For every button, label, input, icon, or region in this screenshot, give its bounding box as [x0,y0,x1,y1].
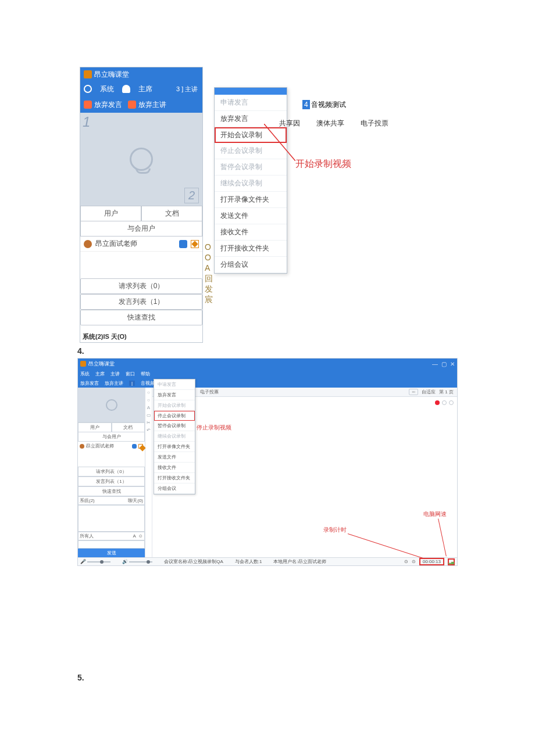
chat-emoji-button[interactable]: ☺ [138,533,143,539]
chat-font-button[interactable]: A [133,533,135,539]
user-row[interactable]: 昂立面试老师 [80,237,202,252]
ctx-send-file[interactable]: 发送文件 [215,208,287,224]
footer-tab-system[interactable]: 系统(2) [80,497,95,504]
signal-icon: ▂▄ [448,560,454,564]
canvas-tab-vote[interactable]: 电子投票 [200,389,219,395]
toolbar-abandon-host[interactable]: 放弃主讲 [128,100,166,110]
speaker-volume-slider[interactable]: 🔊 [122,559,152,564]
subtab-participants[interactable]: 与会用户 [80,221,202,237]
menu-help-2[interactable]: 帮助 [141,371,150,377]
toolbar-2: 放弃发言 放弃主讲 | 音视频测试 白板 [78,378,457,388]
ctx2-apply-speak[interactable]: 申请发言 [154,379,195,390]
chat-input[interactable] [78,540,145,549]
context-menu: 申请发言 放弃发言 开始会议录制 停止会议录制 暂停会议录制 继续会议录制 打开… [214,87,287,274]
ctx-open-record-folder[interactable]: 打开录像文件夹 [215,192,287,208]
toolbar-vote[interactable]: 电子投票 [361,119,388,128]
ctx2-open-receive-folder[interactable]: 打开接收文件夹 [154,473,195,483]
record-icon: ⊙ [412,559,416,564]
tab-doc[interactable]: 文档 [141,206,202,221]
tool-strip: ○ ○ A ▭ ✂ ↶ [145,388,152,557]
ctx2-resume-record[interactable]: 继续会议录制 [154,431,195,442]
mic-status-icon[interactable] [132,444,137,449]
tool-circle2-icon[interactable]: ○ [147,397,150,403]
toolbar-abandon-speak[interactable]: 放弃发言 [84,100,122,110]
edit-icon[interactable] [138,444,143,449]
ctx-pause-record[interactable]: 暂停会议录制 [215,159,287,175]
menu-host[interactable]: 主席 [138,84,152,94]
title-bar-2: 昂立嗨课堂 — ▢ ✕ [78,359,457,369]
ctx-resume-record[interactable]: 继续会议录制 [215,175,287,192]
tab-user-2[interactable]: 用户 [78,422,112,432]
speaker-icon: 🔊 [122,559,128,564]
ctx2-group-meeting[interactable]: 分组会议 [154,483,195,494]
user-row-2[interactable]: 昂立面试老师 [78,442,145,450]
avatar-icon [84,240,92,248]
maximize-icon[interactable]: ▢ [441,361,447,367]
app-title-2: 昂立嗨课堂 [88,360,115,368]
menu-system[interactable]: 系统 [100,84,114,94]
ctx2-start-record[interactable]: 开始会议录制 [154,400,195,411]
tab-user[interactable]: 用户 [80,206,141,221]
chat-send-button[interactable]: 发送 [78,549,145,557]
ctx2-receive-file[interactable]: 接收文件 [154,463,195,473]
status-bar: 🎤 🔊 会议室名称:昂立视频录制QA 与会者人数:1 本地用户名:昂立面试老师 … [78,557,457,565]
canvas-right-controls: ▫▫ 自适应 第 1 页 [409,389,454,395]
request-list-button[interactable]: 请求列表（0） [80,278,202,294]
close-icon[interactable]: ✕ [450,361,455,367]
video-preview: 1 2 [80,113,202,206]
menu-host-2[interactable]: 主席 [95,371,105,377]
menu-window-2[interactable]: 窗口 [126,371,135,377]
ctx-receive-file[interactable]: 接收文件 [215,224,287,241]
tool-cut-icon[interactable]: ✂ [147,420,151,425]
speak-list-button-2[interactable]: 发言列表（1） [78,476,145,486]
sidebar-2: 用户 文档 与会用户 昂立面试老师 请求列表（0） 发言列表（1） 快速查找 系… [78,388,145,557]
speak-list-button[interactable]: 发言列表（1） [80,294,202,310]
quick-find-button[interactable]: 快速查找 [80,310,202,325]
toolbar-share[interactable]: 共享因 [279,119,300,128]
menu-system-2[interactable]: 系统 [80,371,90,377]
user-list-blank-2 [78,450,145,467]
chat-target-label[interactable]: 所有人 [80,533,94,539]
tool-circle-icon[interactable]: ○ [147,390,150,395]
ctx2-open-record-folder[interactable]: 打开录像文件夹 [154,442,195,452]
tool-undo-icon[interactable]: ↶ [147,428,151,433]
zoom-select[interactable]: ▫▫ [409,389,418,395]
app-logo-icon [80,361,86,367]
avatar-icon [80,444,84,449]
subtab-participants-2[interactable]: 与会用户 [78,432,145,442]
zoom-auto[interactable]: 自适应 [422,389,436,395]
status-local-user: 本地用户名:昂立面试老师 [273,558,326,565]
tb2-abandon-host[interactable]: 放弃主讲 [105,380,123,386]
menu-speak-2[interactable]: 主讲 [110,371,120,377]
tool-text-icon[interactable]: A [147,405,150,410]
footer-tabs[interactable]: 系统(2)IS 天(O) [80,331,202,342]
edit-icon[interactable] [191,240,199,248]
nav-dot-icon[interactable] [442,400,447,405]
annotation-4-text: 音视频测试 [311,101,346,109]
footer-tabs-2[interactable]: 系统(2) 聊天(0) [78,496,145,505]
ctx-open-receive-folder[interactable]: 打开接收文件夹 [215,241,287,257]
ctx-group-meeting[interactable]: 分组会议 [215,257,287,273]
ctx2-send-file[interactable]: 发送文件 [154,452,195,463]
quick-find-button-2[interactable]: 快速查找 [78,486,145,496]
ctx-apply-speak[interactable]: 申请发言 [215,95,287,111]
request-list-button-2[interactable]: 请求列表（0） [78,467,145,476]
minimize-icon[interactable]: — [432,361,438,367]
app-panel-1: 昂立嗨课堂 系统 主席 放弃发言 放弃主讲 1 2 用户 文档 与会用户 昂立面… [80,67,203,343]
footer-tab-chat[interactable]: 聊天(0) [128,497,143,504]
mic-status-icon[interactable] [179,240,187,248]
tab-doc-2[interactable]: 文档 [112,422,145,432]
arrow-to-start-record [264,124,295,161]
mic-volume-slider[interactable]: 🎤 [80,559,110,564]
toolbar: 放弃发言 放弃主讲 [80,96,202,113]
main-canvas: 器共享 媒体共享 电子投票 ▫▫ 自适应 第 1 页 [152,388,457,557]
ctx2-pause-record[interactable]: 暂停会议录制 [154,421,195,431]
ctx2-abandon-speak[interactable]: 放弃发言 [154,390,195,400]
toolbar-media-share[interactable]: 澳体共享 [316,119,344,128]
canvas-tab-bar: 器共享 媒体共享 电子投票 ▫▫ 自适应 第 1 页 [152,388,457,397]
ctx2-stop-record[interactable]: 停止会议录制 [154,411,195,421]
nav-dot-icon[interactable] [449,400,454,405]
tool-rect-icon[interactable]: ▭ [147,413,151,418]
tb2-abandon-speak[interactable]: 放弃发言 [80,380,99,386]
page-indicator[interactable]: 第 1 页 [439,389,454,395]
